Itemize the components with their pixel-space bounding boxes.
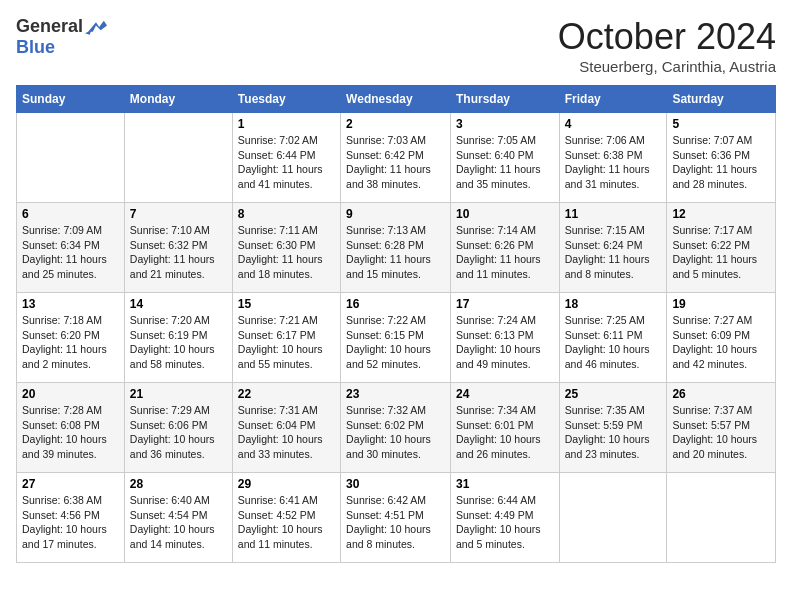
calendar-week-row: 6Sunrise: 7:09 AMSunset: 6:34 PMDaylight…	[17, 203, 776, 293]
day-info: Sunrise: 7:27 AMSunset: 6:09 PMDaylight:…	[672, 313, 770, 372]
calendar-empty-cell	[667, 473, 776, 563]
header-thursday: Thursday	[450, 86, 559, 113]
day-number: 31	[456, 477, 554, 491]
day-info: Sunrise: 7:25 AMSunset: 6:11 PMDaylight:…	[565, 313, 662, 372]
logo: General Blue	[16, 16, 107, 58]
day-info: Sunrise: 6:42 AMSunset: 4:51 PMDaylight:…	[346, 493, 445, 552]
calendar-day-21: 21Sunrise: 7:29 AMSunset: 6:06 PMDayligh…	[124, 383, 232, 473]
calendar-header-row: SundayMondayTuesdayWednesdayThursdayFrid…	[17, 86, 776, 113]
day-info: Sunrise: 7:05 AMSunset: 6:40 PMDaylight:…	[456, 133, 554, 192]
day-info: Sunrise: 6:40 AMSunset: 4:54 PMDaylight:…	[130, 493, 227, 552]
day-info: Sunrise: 6:41 AMSunset: 4:52 PMDaylight:…	[238, 493, 335, 552]
calendar-empty-cell	[17, 113, 125, 203]
day-number: 20	[22, 387, 119, 401]
day-info: Sunrise: 7:07 AMSunset: 6:36 PMDaylight:…	[672, 133, 770, 192]
calendar-day-12: 12Sunrise: 7:17 AMSunset: 6:22 PMDayligh…	[667, 203, 776, 293]
calendar-day-9: 9Sunrise: 7:13 AMSunset: 6:28 PMDaylight…	[341, 203, 451, 293]
calendar-day-2: 2Sunrise: 7:03 AMSunset: 6:42 PMDaylight…	[341, 113, 451, 203]
day-info: Sunrise: 7:22 AMSunset: 6:15 PMDaylight:…	[346, 313, 445, 372]
day-number: 8	[238, 207, 335, 221]
day-number: 27	[22, 477, 119, 491]
calendar-week-row: 1Sunrise: 7:02 AMSunset: 6:44 PMDaylight…	[17, 113, 776, 203]
svg-marker-1	[85, 30, 91, 35]
day-info: Sunrise: 7:06 AMSunset: 6:38 PMDaylight:…	[565, 133, 662, 192]
calendar-day-22: 22Sunrise: 7:31 AMSunset: 6:04 PMDayligh…	[232, 383, 340, 473]
header-wednesday: Wednesday	[341, 86, 451, 113]
day-info: Sunrise: 7:32 AMSunset: 6:02 PMDaylight:…	[346, 403, 445, 462]
calendar-empty-cell	[559, 473, 667, 563]
calendar-day-11: 11Sunrise: 7:15 AMSunset: 6:24 PMDayligh…	[559, 203, 667, 293]
calendar-day-7: 7Sunrise: 7:10 AMSunset: 6:32 PMDaylight…	[124, 203, 232, 293]
day-number: 17	[456, 297, 554, 311]
day-number: 3	[456, 117, 554, 131]
day-info: Sunrise: 7:34 AMSunset: 6:01 PMDaylight:…	[456, 403, 554, 462]
calendar-day-29: 29Sunrise: 6:41 AMSunset: 4:52 PMDayligh…	[232, 473, 340, 563]
day-info: Sunrise: 7:17 AMSunset: 6:22 PMDaylight:…	[672, 223, 770, 282]
calendar-day-3: 3Sunrise: 7:05 AMSunset: 6:40 PMDaylight…	[450, 113, 559, 203]
day-info: Sunrise: 7:03 AMSunset: 6:42 PMDaylight:…	[346, 133, 445, 192]
header-monday: Monday	[124, 86, 232, 113]
day-info: Sunrise: 7:09 AMSunset: 6:34 PMDaylight:…	[22, 223, 119, 282]
day-number: 14	[130, 297, 227, 311]
day-number: 6	[22, 207, 119, 221]
day-number: 22	[238, 387, 335, 401]
day-info: Sunrise: 7:28 AMSunset: 6:08 PMDaylight:…	[22, 403, 119, 462]
day-info: Sunrise: 7:21 AMSunset: 6:17 PMDaylight:…	[238, 313, 335, 372]
calendar-empty-cell	[124, 113, 232, 203]
calendar-week-row: 27Sunrise: 6:38 AMSunset: 4:56 PMDayligh…	[17, 473, 776, 563]
calendar-day-27: 27Sunrise: 6:38 AMSunset: 4:56 PMDayligh…	[17, 473, 125, 563]
calendar-day-1: 1Sunrise: 7:02 AMSunset: 6:44 PMDaylight…	[232, 113, 340, 203]
day-number: 2	[346, 117, 445, 131]
calendar-day-31: 31Sunrise: 6:44 AMSunset: 4:49 PMDayligh…	[450, 473, 559, 563]
day-info: Sunrise: 7:11 AMSunset: 6:30 PMDaylight:…	[238, 223, 335, 282]
day-number: 29	[238, 477, 335, 491]
day-info: Sunrise: 7:24 AMSunset: 6:13 PMDaylight:…	[456, 313, 554, 372]
calendar-day-10: 10Sunrise: 7:14 AMSunset: 6:26 PMDayligh…	[450, 203, 559, 293]
calendar-day-6: 6Sunrise: 7:09 AMSunset: 6:34 PMDaylight…	[17, 203, 125, 293]
day-number: 10	[456, 207, 554, 221]
calendar-table: SundayMondayTuesdayWednesdayThursdayFrid…	[16, 85, 776, 563]
calendar-day-28: 28Sunrise: 6:40 AMSunset: 4:54 PMDayligh…	[124, 473, 232, 563]
day-number: 18	[565, 297, 662, 311]
day-info: Sunrise: 7:15 AMSunset: 6:24 PMDaylight:…	[565, 223, 662, 282]
calendar-day-16: 16Sunrise: 7:22 AMSunset: 6:15 PMDayligh…	[341, 293, 451, 383]
day-number: 15	[238, 297, 335, 311]
calendar-day-23: 23Sunrise: 7:32 AMSunset: 6:02 PMDayligh…	[341, 383, 451, 473]
day-number: 5	[672, 117, 770, 131]
day-info: Sunrise: 6:38 AMSunset: 4:56 PMDaylight:…	[22, 493, 119, 552]
header-friday: Friday	[559, 86, 667, 113]
calendar-day-14: 14Sunrise: 7:20 AMSunset: 6:19 PMDayligh…	[124, 293, 232, 383]
day-info: Sunrise: 7:13 AMSunset: 6:28 PMDaylight:…	[346, 223, 445, 282]
calendar-day-19: 19Sunrise: 7:27 AMSunset: 6:09 PMDayligh…	[667, 293, 776, 383]
calendar-day-8: 8Sunrise: 7:11 AMSunset: 6:30 PMDaylight…	[232, 203, 340, 293]
calendar-day-4: 4Sunrise: 7:06 AMSunset: 6:38 PMDaylight…	[559, 113, 667, 203]
page-header: General Blue October 2024 Steuerberg, Ca…	[16, 16, 776, 75]
calendar-day-24: 24Sunrise: 7:34 AMSunset: 6:01 PMDayligh…	[450, 383, 559, 473]
day-info: Sunrise: 7:02 AMSunset: 6:44 PMDaylight:…	[238, 133, 335, 192]
day-number: 11	[565, 207, 662, 221]
day-number: 1	[238, 117, 335, 131]
day-number: 7	[130, 207, 227, 221]
day-info: Sunrise: 7:14 AMSunset: 6:26 PMDaylight:…	[456, 223, 554, 282]
day-number: 16	[346, 297, 445, 311]
day-number: 30	[346, 477, 445, 491]
calendar-day-20: 20Sunrise: 7:28 AMSunset: 6:08 PMDayligh…	[17, 383, 125, 473]
day-info: Sunrise: 7:10 AMSunset: 6:32 PMDaylight:…	[130, 223, 227, 282]
logo-bird-icon	[85, 19, 107, 35]
day-number: 9	[346, 207, 445, 221]
calendar-day-13: 13Sunrise: 7:18 AMSunset: 6:20 PMDayligh…	[17, 293, 125, 383]
svg-marker-0	[88, 20, 107, 31]
calendar-week-row: 13Sunrise: 7:18 AMSunset: 6:20 PMDayligh…	[17, 293, 776, 383]
logo-general-text: General	[16, 16, 83, 37]
calendar-day-17: 17Sunrise: 7:24 AMSunset: 6:13 PMDayligh…	[450, 293, 559, 383]
day-number: 23	[346, 387, 445, 401]
day-number: 13	[22, 297, 119, 311]
day-number: 21	[130, 387, 227, 401]
day-number: 24	[456, 387, 554, 401]
logo-blue-text: Blue	[16, 37, 55, 57]
day-number: 19	[672, 297, 770, 311]
calendar-day-5: 5Sunrise: 7:07 AMSunset: 6:36 PMDaylight…	[667, 113, 776, 203]
header-sunday: Sunday	[17, 86, 125, 113]
day-info: Sunrise: 7:20 AMSunset: 6:19 PMDaylight:…	[130, 313, 227, 372]
title-area: October 2024 Steuerberg, Carinthia, Aust…	[558, 16, 776, 75]
